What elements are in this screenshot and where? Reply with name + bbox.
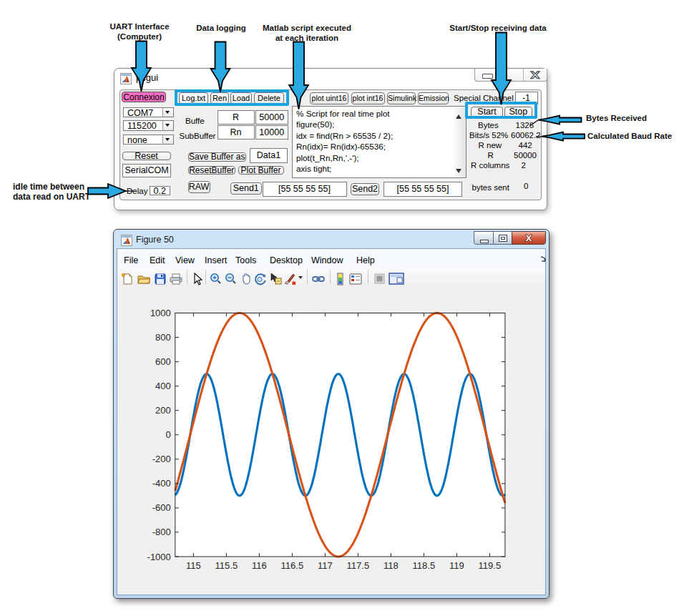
svg-text:117: 117 — [318, 560, 333, 571]
svg-text:-200: -200 — [152, 454, 171, 464]
svg-text:115: 115 — [186, 560, 201, 571]
svg-text:1000: 1000 — [150, 308, 171, 318]
svg-text:118.5: 118.5 — [413, 560, 436, 571]
svg-text:0: 0 — [166, 429, 171, 440]
svg-text:119: 119 — [449, 560, 464, 571]
svg-text:117.5: 117.5 — [347, 560, 370, 571]
svg-text:-600: -600 — [152, 502, 171, 513]
svg-text:118: 118 — [384, 560, 399, 571]
svg-text:116.5: 116.5 — [281, 560, 304, 571]
svg-text:800: 800 — [155, 332, 171, 343]
svg-text:600: 600 — [155, 356, 171, 367]
svg-text:-1000: -1000 — [147, 552, 171, 562]
svg-text:-400: -400 — [152, 478, 171, 489]
svg-text:115.5: 115.5 — [215, 560, 238, 571]
svg-text:119.5: 119.5 — [479, 560, 502, 571]
svg-text:400: 400 — [155, 381, 171, 391]
svg-text:116: 116 — [252, 560, 267, 571]
svg-text:200: 200 — [155, 405, 171, 416]
svg-text:-800: -800 — [152, 527, 171, 537]
